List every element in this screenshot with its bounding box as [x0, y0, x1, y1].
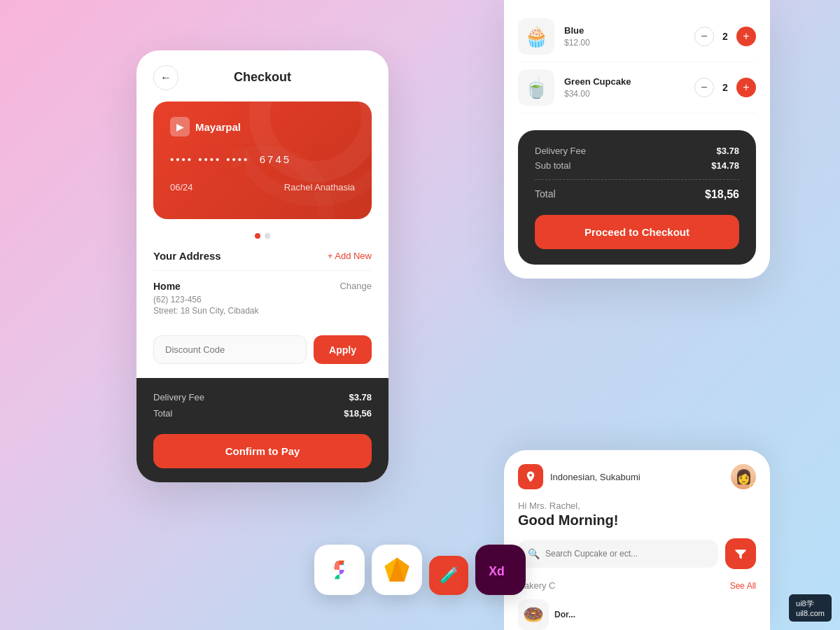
- order-subtotal-label: Sub total: [535, 160, 570, 171]
- qty-minus-2[interactable]: −: [694, 78, 714, 97]
- total-row: Total $18,56: [153, 408, 372, 419]
- item-name-2: Green Cupcake: [564, 76, 685, 87]
- food-items-row: 🍩 Dor...: [518, 599, 756, 630]
- food-app-panel: Indonesian, Sukabumi 👩 Hi Mrs. Rachel, G…: [504, 450, 770, 630]
- bakery-label: Bakery C: [518, 580, 730, 591]
- order-total-row: Total $18,56: [535, 188, 739, 201]
- back-arrow-icon: ←: [160, 71, 172, 84]
- qty-num-2: 2: [721, 82, 729, 93]
- change-address-button[interactable]: Change: [340, 281, 372, 291]
- qty-plus-2[interactable]: +: [736, 78, 756, 97]
- order-subtotal-value: $14.78: [711, 160, 739, 171]
- item-price-1: $12.00: [564, 38, 685, 48]
- category-row: Bakery C See All: [518, 580, 756, 591]
- item-image-1: 🧁: [518, 18, 554, 55]
- item-price-2: $34.00: [564, 89, 685, 99]
- qty-num-1: 2: [721, 31, 729, 42]
- credit-card[interactable]: ▶ Mayarpal •••• •••• •••• 6745 06/24 Rac…: [153, 102, 372, 219]
- svg-text:Xd: Xd: [489, 564, 504, 578]
- order-panel: 🧁 Blue $12.00 − 2 + 🍵 Green Cupcake $34.…: [504, 0, 770, 279]
- order-summary-dark: Delivery Fee $3.78 Sub total $14.78 Tota…: [518, 130, 756, 265]
- user-avatar[interactable]: 👩: [731, 464, 756, 489]
- address-divider: [153, 270, 372, 271]
- location-icon: [518, 464, 543, 489]
- figma-icon-wrap[interactable]: [314, 545, 365, 595]
- order-total-label: Total: [535, 188, 556, 201]
- address-name: Home: [153, 281, 259, 292]
- food-item-icon-donut: 🍩: [518, 599, 549, 630]
- order-delivery-row: Delivery Fee $3.78: [535, 146, 739, 156]
- location-text: Indonesian, Sukabumi: [550, 472, 724, 482]
- order-item-2: 🍵 Green Cupcake $34.00 − 2 +: [518, 62, 756, 113]
- see-all-link[interactable]: See All: [730, 581, 756, 591]
- address-phone: (62) 123-456: [153, 295, 259, 304]
- add-new-button[interactable]: + Add New: [328, 251, 372, 261]
- order-divider: [535, 179, 739, 180]
- qty-plus-1[interactable]: +: [736, 27, 756, 46]
- svg-point-2: [232, 153, 326, 219]
- search-input-wrap: 🔍: [518, 540, 718, 568]
- qty-minus-1[interactable]: −: [694, 27, 714, 46]
- checkout-summary: Delivery Fee $3.78 Total $18,56 Confirm …: [136, 378, 388, 482]
- delivery-fee-value: $3.78: [349, 392, 372, 402]
- avatar-status-dot: [750, 483, 755, 489]
- confirm-button[interactable]: Confirm to Pay: [153, 434, 372, 468]
- tool-icons-row: 🧪 Xd: [314, 545, 526, 595]
- checkout-header: ← Checkout: [136, 50, 388, 96]
- order-delivery-label: Delivery Fee: [535, 146, 586, 156]
- item-name-1: Blue: [564, 25, 685, 36]
- watermark-line2: uil8.com: [796, 609, 825, 617]
- delivery-fee-row: Delivery Fee $3.78: [153, 392, 372, 402]
- order-items-list: 🧁 Blue $12.00 − 2 + 🍵 Green Cupcake $34.…: [504, 0, 770, 125]
- address-card: Home (62) 123-456 Street: 18 Sun City, C…: [153, 281, 372, 316]
- watermark-line1: ui8学: [796, 598, 825, 609]
- location-bar: Indonesian, Sukabumi 👩: [518, 464, 756, 489]
- address-header: Your Address + Add New: [153, 250, 372, 262]
- address-street: Street: 18 Sun City, Cibadak: [153, 306, 259, 316]
- delivery-fee-label: Delivery Fee: [153, 392, 204, 402]
- item-qty-control-1: − 2 +: [694, 27, 756, 46]
- discount-section: Apply: [136, 327, 388, 378]
- food-item-donut: 🍩 Dor...: [518, 599, 575, 630]
- checkout-panel: ← Checkout ▶ Mayarpal •••• •••• •••• 674…: [136, 50, 388, 482]
- discount-input[interactable]: [153, 335, 307, 364]
- total-label: Total: [153, 408, 172, 419]
- card-brand-icon: ▶: [170, 117, 190, 136]
- greeting-bold: Good Morning!: [518, 512, 756, 528]
- card-indicator: [136, 233, 388, 239]
- food-item-name-donut: Dor...: [554, 610, 575, 620]
- flask-icon-wrap[interactable]: 🧪: [429, 556, 468, 595]
- order-subtotal-row: Sub total $14.78: [535, 160, 739, 171]
- search-bar: 🔍: [518, 538, 756, 569]
- card-dot-2[interactable]: [265, 233, 270, 239]
- order-delivery-value: $3.78: [716, 146, 739, 156]
- card-dot-1[interactable]: [255, 233, 260, 239]
- item-details-1: Blue $12.00: [564, 25, 685, 48]
- search-icon: 🔍: [528, 548, 540, 559]
- apply-button[interactable]: Apply: [314, 335, 372, 364]
- address-title: Your Address: [153, 250, 221, 262]
- item-qty-control-2: − 2 +: [694, 78, 756, 97]
- checkout-title: Checkout: [234, 70, 291, 85]
- total-value: $18,56: [344, 408, 372, 419]
- item-image-2: 🍵: [518, 69, 554, 106]
- back-button[interactable]: ←: [153, 65, 178, 90]
- xd-icon-wrap[interactable]: Xd: [475, 545, 526, 595]
- card-expiry: 06/24: [170, 182, 193, 192]
- order-item-1: 🧁 Blue $12.00 − 2 +: [518, 11, 756, 62]
- proceed-to-checkout-button[interactable]: Proceed to Checkout: [535, 215, 739, 249]
- item-details-2: Green Cupcake $34.00: [564, 76, 685, 99]
- greeting-hi: Hi Mrs. Rachel,: [518, 500, 756, 511]
- address-info: Home (62) 123-456 Street: 18 Sun City, C…: [153, 281, 259, 316]
- greeting-section: Hi Mrs. Rachel, Good Morning!: [518, 500, 756, 528]
- watermark: ui8学 uil8.com: [789, 594, 832, 622]
- search-input[interactable]: [545, 549, 708, 559]
- address-section: Your Address + Add New Home (62) 123-456…: [136, 250, 388, 327]
- filter-button[interactable]: [725, 538, 756, 569]
- order-total-value: $18,56: [705, 188, 739, 201]
- sketch-icon-wrap[interactable]: [372, 545, 422, 595]
